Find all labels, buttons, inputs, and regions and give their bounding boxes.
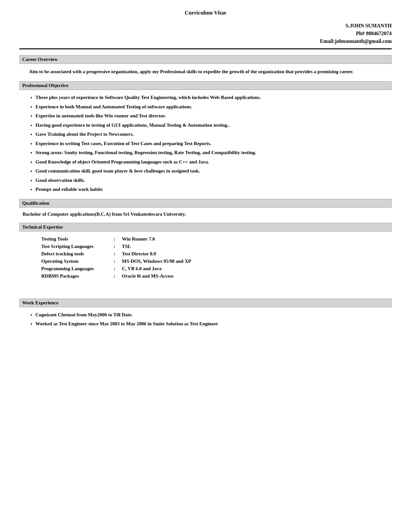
career-overview-text: Aim to be associated with a progressive …	[19, 68, 392, 75]
tech-value: Win Runner 7.0	[119, 235, 216, 243]
technical-expertise-table: Testing Tools : Win Runner 7.0 Test Scri…	[39, 235, 216, 280]
tech-label: Programming Languages	[39, 265, 110, 272]
header-email: Email:johnsumanth@gmail.com	[19, 37, 392, 45]
tech-label: RDBMS Packages	[39, 272, 110, 280]
list-item: Experience in writing Test cases, Execut…	[35, 140, 392, 147]
technical-expertise-header: Technical Expertise	[19, 223, 392, 232]
tech-label: Test Scripting Languages	[39, 243, 110, 250]
tech-label: Defect tracking tools	[39, 250, 110, 258]
list-item: Good Knowledge of object Oriented Progra…	[35, 158, 392, 166]
list-item: Good communication skill, good team play…	[35, 167, 392, 175]
table-row: Operating System : MS-DOS, Windows 95/98…	[39, 258, 216, 265]
list-item: Having good experience in testing of GUI…	[35, 122, 392, 129]
list-item: Worked as Test Engineer since Mar 2003 t…	[35, 320, 392, 328]
spacer	[19, 286, 392, 299]
career-overview-header: Career Overview	[19, 55, 392, 64]
list-item: Good observation skills.	[35, 177, 392, 184]
list-item: Expertise in automated tools like Win ru…	[35, 112, 392, 120]
work-experience-list: Cognizant Chennai from May2006 to Till D…	[19, 311, 392, 328]
tech-colon: :	[110, 243, 119, 250]
tech-value: Test Director 8.0	[119, 250, 216, 258]
list-item: Gave Training about the Project to Newco…	[35, 131, 392, 138]
header-contact: S.JOHN SUMANTH Ph# 9884672074 Email:john…	[19, 22, 392, 45]
page-title: Curriculum Vitae	[19, 10, 392, 16]
tech-value: Oracle 8i and MS-Access	[119, 272, 216, 280]
table-row: Test Scripting Languages : TSL	[39, 243, 216, 250]
list-item: Prompt and reliable work habits	[35, 186, 392, 193]
header-phone: Ph# 9884672074	[19, 30, 392, 37]
tech-colon: :	[110, 265, 119, 272]
table-row: Defect tracking tools : Test Director 8.…	[39, 250, 216, 258]
tech-value: C, VB 6.0 and Java	[119, 265, 216, 272]
list-item: Experience in both Manual and Automated …	[35, 103, 392, 111]
list-item: Strong areas: Sanity testing, Functional…	[35, 149, 392, 156]
qualification-text: Bachelor of Computer applications(B.C.A)…	[19, 212, 392, 217]
table-row: Programming Languages : C, VB 6.0 and Ja…	[39, 265, 216, 272]
work-experience-header: Work Experience	[19, 299, 392, 307]
header-divider	[19, 48, 392, 49]
list-item: Three plus years of experience in Softwa…	[35, 94, 392, 101]
tech-value: TSL	[119, 243, 216, 250]
tech-value: MS-DOS, Windows 95/98 and XP	[119, 258, 216, 265]
table-row: Testing Tools : Win Runner 7.0	[39, 235, 216, 243]
tech-colon: :	[110, 272, 119, 280]
tech-label: Operating System	[39, 258, 110, 265]
tech-colon: :	[110, 250, 119, 258]
professional-objective-list: Three plus years of experience in Softwa…	[19, 94, 392, 193]
table-row: RDBMS Packages : Oracle 8i and MS-Access	[39, 272, 216, 280]
header-name: S.JOHN SUMANTH	[19, 22, 392, 30]
tech-label: Testing Tools	[39, 235, 110, 243]
professional-objective-header: Professional Objective	[19, 81, 392, 90]
qualification-header: Qualification	[19, 199, 392, 208]
tech-colon: :	[110, 258, 119, 265]
list-item: Cognizant Chennai from May2006 to Till D…	[35, 311, 392, 319]
tech-colon: :	[110, 235, 119, 243]
